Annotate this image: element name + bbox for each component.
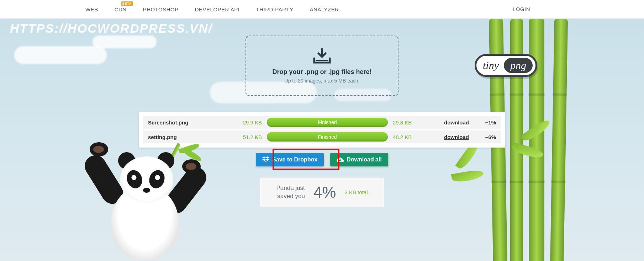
button-label: Download all: [347, 156, 382, 163]
panda-mascot: [86, 142, 196, 261]
watermark-text: HTTPS://HOCWORDPRESS.VN/: [10, 21, 212, 36]
cloud-download-icon: [337, 157, 344, 163]
file-dropzone[interactable]: Drop your .png or .jpg files here! Up to…: [246, 36, 398, 96]
size-after: 29.8 KB: [393, 119, 418, 126]
nav-api[interactable]: DEVELOPER API: [195, 6, 240, 12]
download-link[interactable]: download: [444, 119, 469, 126]
nav-web[interactable]: WEB: [85, 6, 98, 12]
reduction-percent: −6%: [479, 134, 496, 140]
dropzone-subtitle: Up to 20 images, max 5 MB each.: [285, 78, 360, 84]
download-tray-icon: [311, 48, 333, 65]
result-row: setting.png 51.2 KB Finished 48.2 KB dow…: [143, 130, 501, 143]
savings-label: Panda justsaved you: [276, 184, 305, 200]
logo-right: png: [504, 58, 533, 73]
file-name: setting.png: [148, 134, 237, 140]
savings-percent: 4%: [313, 183, 336, 201]
dropbox-icon: [262, 156, 269, 163]
savings-total: 3 KB total: [344, 189, 368, 195]
result-row: Screenshot.png 29.9 KB Finished 29.8 KB …: [143, 116, 501, 129]
download-link[interactable]: download: [444, 134, 469, 140]
size-before: 51.2 KB: [237, 134, 262, 140]
nav-cdn[interactable]: CDNBETA: [115, 6, 127, 12]
size-after: 48.2 KB: [393, 134, 418, 140]
tinypng-logo: tiny png: [475, 54, 537, 77]
nav-analyzer[interactable]: ANALYZER: [310, 6, 339, 12]
progress-bar: Finished: [267, 118, 388, 127]
leaf-decoration: [451, 169, 484, 183]
cloud-decoration: [14, 46, 107, 64]
nav-login[interactable]: LOGIN: [513, 6, 530, 12]
bamboo-decoration: [550, 19, 568, 261]
button-label: Save to Dropbox: [272, 156, 317, 163]
top-nav: WEB CDNBETA PHOTOSHOP DEVELOPER API THIR…: [0, 0, 644, 19]
beta-badge: BETA: [121, 1, 133, 6]
progress-bar: Finished: [267, 132, 388, 142]
nav-thirdparty[interactable]: THIRD-PARTY: [256, 6, 293, 12]
dropzone-title: Drop your .png or .jpg files here!: [272, 68, 371, 76]
reduction-percent: −1%: [479, 119, 496, 126]
save-to-dropbox-button[interactable]: Save to Dropbox: [256, 153, 324, 166]
nav-photoshop[interactable]: PHOTOSHOP: [143, 6, 179, 12]
download-all-button[interactable]: Download all: [330, 153, 388, 166]
file-name: Screenshot.png: [148, 119, 237, 126]
action-buttons: Save to Dropbox Download all: [256, 153, 388, 166]
logo-left: tiny: [479, 59, 504, 71]
size-before: 29.9 KB: [237, 119, 262, 126]
savings-summary: Panda justsaved you 4% 3 KB total: [260, 177, 384, 207]
cloud-decoration: [93, 36, 157, 48]
